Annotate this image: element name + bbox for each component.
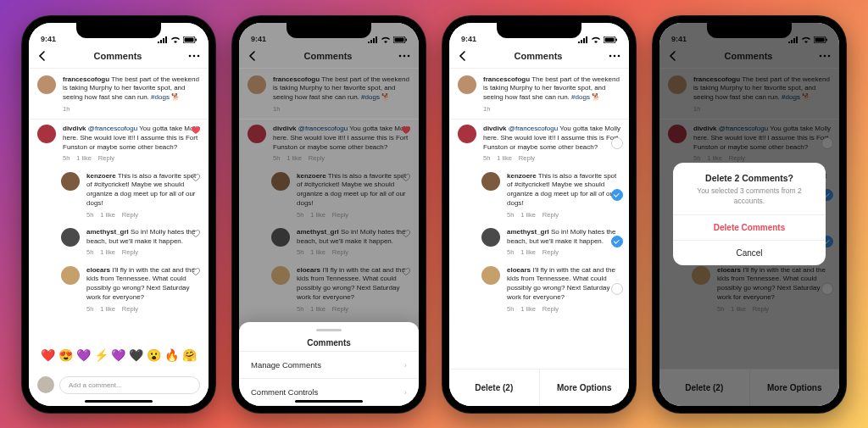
comment-username[interactable]: divdivk [63, 125, 86, 132]
mention[interactable]: @francescofogu [88, 125, 137, 132]
comment-reply-button[interactable]: Reply [98, 154, 114, 163]
post-username[interactable]: francescofogu [483, 75, 530, 83]
comment-reply-button[interactable]: Reply [542, 305, 559, 314]
comment-username[interactable]: kenzoere [86, 172, 116, 180]
comment-row[interactable]: divdivk @francescofogu You gotta take Mo… [239, 120, 419, 167]
back-button[interactable] [248, 51, 258, 61]
like-comment-button[interactable] [402, 268, 410, 278]
comment-likes[interactable]: 1 like [497, 154, 512, 163]
more-button[interactable] [398, 54, 410, 58]
comment-likes[interactable]: 1 like [520, 248, 536, 257]
alert-cancel-button[interactable]: Cancel [673, 240, 826, 265]
avatar[interactable] [271, 266, 290, 285]
comment-likes[interactable]: 1 like [520, 211, 536, 220]
comment-select-checkbox[interactable] [611, 236, 623, 247]
comment-row[interactable]: divdivk @francescofogu You gotta take Mo… [29, 120, 209, 167]
sheet-grabber[interactable] [316, 329, 342, 331]
comment-username[interactable]: amethyst_grl [86, 228, 129, 236]
comment-reply-button[interactable]: Reply [122, 305, 138, 314]
comment-username[interactable]: kenzoere [297, 172, 326, 180]
avatar[interactable] [61, 228, 80, 247]
emoji-quick-react[interactable]: 🖤 [129, 348, 143, 362]
comment-username[interactable]: divdivk [273, 125, 297, 132]
post-hashtag[interactable]: #dogs [151, 93, 170, 101]
post-username[interactable]: francescofogu [63, 75, 109, 83]
comment-likes[interactable]: 1 like [100, 248, 115, 257]
comment-row[interactable]: eloears I'll fly in with the cat and the… [449, 261, 629, 317]
comment-likes[interactable]: 1 like [287, 154, 302, 163]
comment-likes[interactable]: 1 like [520, 305, 536, 314]
post-hashtag[interactable]: #dogs [361, 93, 380, 101]
avatar[interactable] [271, 228, 290, 247]
comment-username[interactable]: eloears [297, 266, 320, 274]
like-comment-button[interactable] [402, 174, 410, 184]
emoji-quick-react[interactable]: 💜 [76, 348, 91, 362]
like-comment-button[interactable] [192, 230, 200, 240]
avatar[interactable] [481, 228, 500, 247]
comment-reply-button[interactable]: Reply [309, 154, 325, 163]
comment-select-checkbox[interactable] [611, 189, 623, 201]
post-hashtag[interactable]: #dogs [571, 93, 590, 101]
comment-username[interactable]: eloears [507, 266, 531, 274]
comment-reply-button[interactable]: Reply [542, 211, 559, 220]
emoji-quick-react[interactable]: 🤗 [182, 348, 197, 362]
comment-username[interactable]: eloears [86, 266, 110, 274]
avatar[interactable] [271, 172, 290, 191]
compose-input[interactable]: Add a comment... [59, 376, 200, 394]
post-username[interactable]: francescofogu [273, 75, 320, 83]
like-comment-button[interactable] [192, 174, 200, 184]
avatar[interactable] [481, 266, 500, 285]
comment-row[interactable]: amethyst_grl So in! Molly hates the beac… [29, 223, 209, 261]
comment-row[interactable]: eloears I'll fly in with the cat and the… [239, 261, 419, 317]
emoji-quick-react[interactable]: 😍 [58, 348, 73, 362]
more-button[interactable] [188, 54, 200, 58]
comment-select-checkbox[interactable] [611, 283, 623, 295]
avatar[interactable] [458, 125, 476, 143]
avatar[interactable] [248, 75, 266, 94]
comment-likes[interactable]: 1 like [76, 154, 92, 163]
emoji-quick-react[interactable]: ⚡ [94, 348, 108, 362]
back-button[interactable] [37, 51, 47, 61]
avatar[interactable] [481, 172, 500, 191]
like-comment-button[interactable] [402, 230, 410, 240]
emoji-quick-react[interactable]: 💜 [111, 348, 125, 362]
emoji-quick-react[interactable]: ❤️ [41, 348, 55, 362]
comment-username[interactable]: kenzoere [507, 172, 537, 180]
comment-likes[interactable]: 1 like [310, 305, 326, 314]
avatar[interactable] [37, 75, 56, 94]
comment-row[interactable]: kenzoere This is also a favorite spot of… [239, 167, 419, 223]
avatar[interactable] [37, 125, 56, 143]
more-button[interactable] [609, 54, 620, 58]
emoji-quick-react[interactable]: 😮 [147, 348, 161, 362]
avatar[interactable] [458, 75, 476, 94]
comment-likes[interactable]: 1 like [100, 305, 115, 314]
delete-selected-button[interactable]: Delete (2) [449, 370, 540, 406]
comment-reply-button[interactable]: Reply [332, 305, 348, 314]
comment-row[interactable]: amethyst_grl So in! Molly hates the beac… [239, 223, 419, 261]
comment-likes[interactable]: 1 like [310, 211, 326, 220]
avatar[interactable] [248, 125, 266, 143]
comment-row[interactable]: kenzoere This is also a favorite spot of… [29, 167, 209, 223]
comment-row[interactable]: kenzoere This is also a favorite spot of… [449, 167, 629, 223]
avatar[interactable] [61, 266, 80, 285]
comment-reply-button[interactable]: Reply [122, 248, 138, 257]
back-button[interactable] [458, 51, 468, 61]
comment-row[interactable]: eloears I'll fly in with the cat and the… [29, 261, 209, 317]
avatar[interactable] [61, 172, 80, 191]
emoji-quick-react[interactable]: 🔥 [164, 348, 179, 362]
comment-select-checkbox[interactable] [611, 137, 623, 149]
mention[interactable]: @francescofogu [298, 125, 348, 132]
comment-reply-button[interactable]: Reply [542, 248, 559, 257]
comment-username[interactable]: amethyst_grl [297, 228, 339, 236]
comment-reply-button[interactable]: Reply [122, 211, 138, 220]
home-indicator[interactable] [295, 400, 363, 403]
comment-row[interactable]: divdivk @francescofogu You gotta take Mo… [449, 120, 629, 167]
comment-likes[interactable]: 1 like [100, 211, 115, 220]
like-comment-button[interactable] [402, 126, 410, 136]
comment-reply-button[interactable]: Reply [519, 154, 535, 163]
comment-reply-button[interactable]: Reply [332, 211, 348, 220]
comment-username[interactable]: divdivk [483, 125, 507, 132]
alert-delete-button[interactable]: Delete Comments [673, 214, 826, 240]
like-comment-button[interactable] [192, 268, 200, 278]
comment-row[interactable]: amethyst_grl So in! Molly hates the beac… [449, 223, 629, 261]
